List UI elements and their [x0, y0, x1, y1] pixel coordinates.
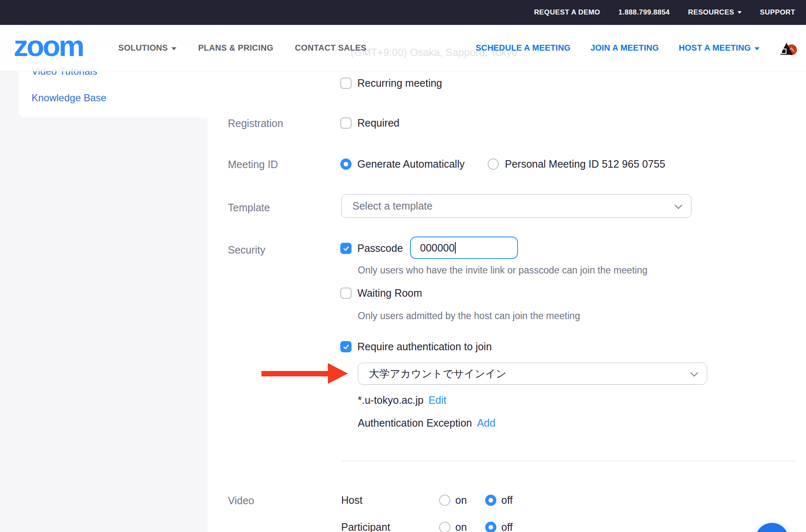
recurring-meeting-row: Recurring meeting [340, 77, 442, 89]
checkmark-icon [342, 343, 350, 351]
video-participant-row: Participant on off [341, 521, 513, 532]
require-auth-checkbox[interactable] [340, 341, 352, 352]
red-arrow-icon [261, 362, 349, 385]
navbar-right-menu: SCHEDULE A MEETING JOIN A MEETING HOST A… [476, 25, 797, 71]
require-auth-row: Require authentication to join [340, 341, 492, 353]
profile-avatar[interactable] [779, 39, 797, 57]
auth-domain-text: *.u-tokyo.ac.jp [358, 394, 423, 406]
passcode-helper-text: Only users who have the invite link or p… [358, 265, 647, 276]
participant-off-label: off [501, 521, 513, 532]
passcode-label: Passcode [357, 242, 403, 254]
zoom-schedule-meeting-page: (GMT+9:00) Osaka, Sapporo, Tokyo Video T… [0, 0, 806, 532]
meeting-id-row: Generate Automatically Personal Meeting … [340, 158, 665, 170]
auth-domain-row: *.u-tokyo.ac.jp Edit [358, 394, 447, 406]
mountain-avatar-image [779, 39, 797, 57]
auth-method-select[interactable]: 大学アカウントでサインイン [358, 363, 707, 385]
template-select-value: Select a template [352, 200, 432, 212]
topbar: REQUEST A DEMO 1.888.799.8854 RESOURCES … [0, 0, 806, 25]
navbar-left-menu: SOLUTIONS PLANS & PRICING CONTACT SALES [118, 25, 366, 71]
template-label: Template [228, 202, 270, 214]
personal-meeting-id-radio[interactable] [488, 159, 499, 170]
text-caret [455, 242, 456, 254]
caret-down-icon [738, 11, 742, 14]
require-auth-label: Require authentication to join [357, 341, 492, 353]
waiting-room-helper-text: Only users admitted by the host can join… [358, 310, 580, 322]
recurring-meeting-checkbox[interactable] [340, 78, 352, 89]
auth-exception-label: Authentication Exception [358, 417, 472, 429]
passcode-row: Passcode [340, 242, 403, 254]
security-label: Security [228, 244, 265, 256]
resources-menu-label: RESOURCES [688, 8, 734, 17]
plans-pricing-link[interactable]: PLANS & PRICING [198, 43, 273, 53]
chevron-down-icon [690, 369, 698, 376]
knowledge-base-link[interactable]: Knowledge Base [32, 92, 106, 104]
personal-meeting-id-label: Personal Meeting ID 512 965 0755 [505, 158, 665, 170]
request-demo-link[interactable]: REQUEST A DEMO [534, 8, 600, 17]
resources-menu[interactable]: RESOURCES [688, 8, 742, 17]
host-off-label: off [501, 494, 513, 506]
generate-automatically-radio[interactable] [340, 159, 352, 170]
zoom-logo[interactable]: zoom [14, 29, 83, 63]
navbar: zoom SOLUTIONS PLANS & PRICING CONTACT S… [0, 25, 806, 71]
auth-method-select-value: 大学アカウントでサインイン [369, 367, 506, 381]
waiting-room-checkbox[interactable] [340, 288, 352, 299]
add-link[interactable]: Add [477, 417, 495, 429]
host-off-radio[interactable] [485, 495, 496, 506]
host-on-radio[interactable] [439, 495, 450, 506]
host-meeting-menu-label: HOST A MEETING [679, 43, 751, 53]
participant-label: Participant [341, 521, 434, 532]
chevron-down-icon [674, 201, 682, 209]
registration-label: Registration [228, 117, 283, 129]
meeting-id-label: Meeting ID [228, 159, 278, 171]
registration-row: Required [340, 117, 399, 129]
caret-down-icon [755, 47, 760, 50]
host-meeting-menu[interactable]: HOST A MEETING [679, 43, 760, 53]
participant-off-radio[interactable] [485, 522, 496, 532]
passcode-input[interactable]: 000000 [410, 237, 518, 259]
required-checkbox[interactable] [340, 117, 352, 129]
contact-sales-link[interactable]: CONTACT SALES [295, 43, 366, 53]
template-select[interactable]: Select a template [341, 194, 691, 218]
support-link[interactable]: SUPPORT [760, 8, 795, 17]
help-fab-button[interactable] [755, 523, 789, 532]
auth-exception-row: Authentication Exception Add [358, 417, 496, 429]
participant-on-radio[interactable] [439, 522, 450, 532]
section-divider [341, 461, 796, 461]
host-label: Host [341, 494, 434, 506]
phone-number[interactable]: 1.888.799.8854 [618, 8, 670, 17]
participant-on-label: on [455, 521, 467, 532]
waiting-room-row: Waiting Room [340, 287, 422, 299]
caret-down-icon [171, 47, 176, 50]
solutions-menu-label: SOLUTIONS [118, 43, 168, 53]
join-meeting-link[interactable]: JOIN A MEETING [591, 43, 659, 53]
video-host-row: Host on off [341, 494, 513, 506]
required-label: Required [357, 117, 399, 129]
passcode-input-value: 000000 [420, 242, 454, 254]
schedule-meeting-link[interactable]: SCHEDULE A MEETING [476, 43, 571, 53]
generate-automatically-label: Generate Automatically [357, 158, 464, 170]
solutions-menu[interactable]: SOLUTIONS [118, 43, 176, 53]
host-on-label: on [455, 494, 467, 506]
passcode-checkbox[interactable] [340, 243, 352, 254]
edit-link[interactable]: Edit [428, 394, 446, 406]
recurring-meeting-label: Recurring meeting [357, 77, 442, 89]
checkmark-icon [342, 245, 350, 252]
waiting-room-label: Waiting Room [357, 287, 422, 299]
video-label: Video [228, 495, 254, 507]
